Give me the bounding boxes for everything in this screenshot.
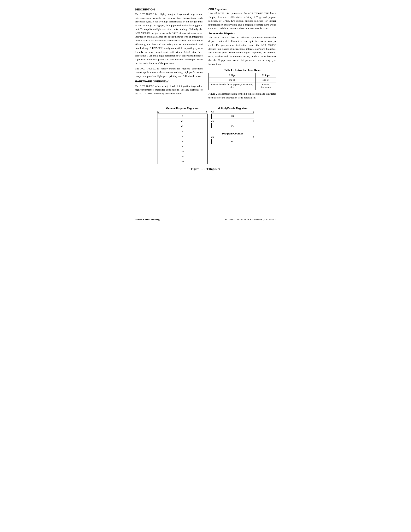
gpr-row-r29: r29	[157, 149, 207, 154]
footer-right: SCD7000SC REV B 7/30/01 Plainview NY (51…	[225, 218, 276, 220]
lo-table: LO	[211, 123, 254, 128]
gpr-row-r31: r31	[157, 159, 207, 164]
table-row: 0	[157, 114, 207, 119]
gpr-row-r2: r2	[157, 124, 207, 129]
table-row: •	[157, 139, 207, 144]
hi-bit-low: 0	[253, 110, 254, 113]
lo-bit-high: 63	[211, 120, 214, 123]
table-cell-fpipe-types: integer, branch, floating-point, integer…	[208, 82, 256, 90]
instruction-issue-rules-title: Table 1 – Instruction Issue Rules	[208, 68, 276, 72]
table-row: •	[157, 134, 207, 139]
gpr-row-0: 0	[157, 114, 207, 119]
gpr-diagram: General Purpose Registers 63 0 0 r1 r2 •…	[157, 107, 207, 164]
superscalar-dispatch-para: The ACT 7000SC has an efficient symmetri…	[208, 36, 276, 66]
gpr-table: 0 r1 r2 • • • • r29 r30 r31	[157, 114, 207, 164]
cpu-registers-para: Like all MIPS ISA processors, the ACT 70…	[208, 11, 276, 30]
left-column: DESCRIPTION The ACT 7000SC is a highly i…	[135, 8, 203, 101]
gpr-row-dot3: •	[157, 139, 207, 144]
instruction-issue-table: F Pipe M Pipe one of: one of: integer, b…	[208, 73, 276, 90]
hi-bit-row: 63 0	[211, 110, 254, 113]
table-row: r31	[157, 159, 207, 164]
gpr-row-dot4: •	[157, 144, 207, 149]
multiply-divide-diagram: Multiply/Divide Registers 63 0 HI 63 0 L…	[211, 107, 254, 128]
table-cell-mpipe-oneof: one of:	[256, 78, 276, 82]
gpr-bit-low: 0	[206, 110, 207, 113]
hi-table: HI	[211, 114, 254, 119]
footer-center: 2	[192, 218, 193, 220]
pc-table: PC	[211, 139, 254, 144]
lo-bit-low: 0	[253, 120, 254, 123]
hi-cell: HI	[211, 114, 254, 119]
multiply-divide-label: Multiply/Divide Registers	[218, 107, 248, 110]
superscalar-dispatch-title: Superscalar Dispatch	[208, 32, 276, 35]
gpr-row-r1: r1	[157, 119, 207, 124]
hardware-overview-para: The ACT 7000SC offers a high-level of in…	[135, 84, 203, 95]
cpu-registers-title: CPU Registers	[208, 8, 276, 11]
right-diagrams: Multiply/Divide Registers 63 0 HI 63 0 L…	[211, 107, 254, 144]
lo-cell: LO	[211, 123, 254, 128]
gpr-bit-row: 63 0	[157, 110, 207, 113]
lo-bit-row: 63 0	[211, 120, 254, 123]
table-row: LO	[211, 123, 254, 128]
table-cell-fpipe-oneof: one of:	[208, 78, 256, 82]
pc-bit-row: 63 0	[211, 136, 254, 139]
description-para-2: The ACT 7000SC is ideally suited for hig…	[135, 67, 203, 78]
table-row: r2	[157, 124, 207, 129]
diagrams-section: General Purpose Registers 63 0 0 r1 r2 •…	[135, 107, 276, 164]
gpr-row-dot2: •	[157, 134, 207, 139]
table-row: HI	[211, 114, 254, 119]
pipeline-note: Figure 2 is a simplification of the pipe…	[208, 92, 276, 99]
description-para-1: The ACT 7000SC is a highly integrated sy…	[135, 12, 203, 65]
gpr-row-dot1: •	[157, 129, 207, 134]
pc-bit-high: 63	[211, 136, 214, 139]
pc-bit-low: 0	[253, 136, 254, 139]
main-content: DESCRIPTION The ACT 7000SC is a highly i…	[135, 8, 276, 101]
footer: Aeroflex Circuit Technology 2 SCD7000SC …	[135, 215, 276, 220]
table-row: •	[157, 144, 207, 149]
page: DESCRIPTION The ACT 7000SC is a highly i…	[135, 8, 276, 220]
table-row: •	[157, 129, 207, 134]
table-row: r30	[157, 154, 207, 159]
pc-cell: PC	[211, 139, 254, 144]
table-cell-mpipe-types: integer, load/store	[256, 82, 276, 90]
table-row: r1	[157, 119, 207, 124]
gpr-label: General Purpose Registers	[166, 107, 198, 110]
hardware-overview-title: HARDWARE OVERVIEW	[135, 80, 203, 83]
table-header-mpipe: M Pipe	[256, 73, 276, 78]
table-header-fpipe: F Pipe	[208, 73, 256, 78]
right-column: CPU Registers Like all MIPS ISA processo…	[208, 8, 276, 101]
figure-caption: Figure 1 – CP0 Registers	[135, 168, 276, 171]
gpr-row-r30: r30	[157, 154, 207, 159]
program-counter-label: Program Counter	[222, 132, 243, 135]
description-title: DESCRIPTION	[135, 8, 203, 11]
hi-bit-high: 63	[211, 110, 214, 113]
table-row: integer, branch, floating-point, integer…	[208, 82, 276, 90]
table-row: r29	[157, 149, 207, 154]
table-row: PC	[211, 139, 254, 144]
table-row: one of: one of:	[208, 78, 276, 82]
program-counter-diagram: Program Counter 63 0 PC	[211, 132, 254, 144]
gpr-bit-high: 63	[157, 110, 159, 113]
footer-left: Aeroflex Circuit Technology	[135, 218, 160, 220]
